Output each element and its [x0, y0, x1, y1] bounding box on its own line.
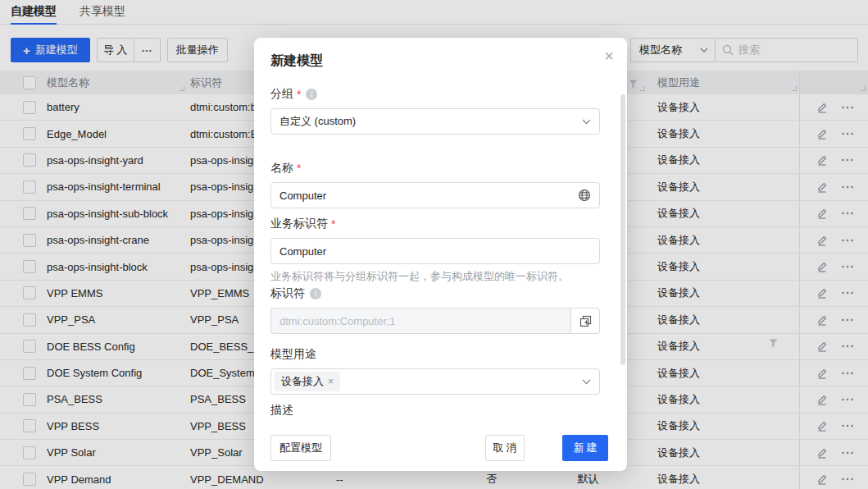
- tag-close-icon[interactable]: ×: [328, 376, 334, 387]
- business-identifier-input[interactable]: Computer: [270, 238, 600, 264]
- chevron-down-icon: [582, 379, 591, 385]
- info-icon[interactable]: i: [306, 89, 317, 100]
- description-label: 描述: [270, 403, 600, 418]
- name-label: 名称 *: [270, 161, 600, 176]
- business-identifier-hint: 业务标识符将与分组标识符一起，参与构成模型的唯一标识符。: [270, 269, 600, 284]
- create-button[interactable]: 新建: [562, 435, 608, 461]
- identifier-input-disabled: dtmi:custom:Computer;1: [270, 308, 570, 334]
- modal-scrollbar[interactable]: [620, 94, 625, 365]
- model-usage-label: 模型用途: [270, 347, 600, 362]
- required-asterisk: *: [297, 88, 301, 101]
- usage-tag: 设备接入 ×: [275, 372, 340, 391]
- required-asterisk: *: [297, 162, 301, 175]
- identifier-label: 标识符 i: [270, 286, 600, 301]
- required-asterisk: *: [331, 217, 335, 231]
- group-label: 分组 * i: [270, 87, 600, 102]
- modal-body: 分组 * i 自定义 (custom) 名称 * Computer: [254, 79, 627, 422]
- model-usage-select[interactable]: 设备接入 ×: [270, 368, 600, 395]
- globe-icon[interactable]: [578, 189, 591, 202]
- close-icon[interactable]: ×: [604, 48, 614, 64]
- modal-title: 新建模型: [270, 53, 323, 70]
- business-identifier-label: 业务标识符 *: [270, 217, 600, 231]
- chevron-down-icon: [582, 119, 591, 125]
- name-input[interactable]: Computer: [270, 182, 600, 208]
- cancel-button[interactable]: 取消: [485, 435, 525, 461]
- new-model-modal: 新建模型 × 分组 * i 自定义 (custom) 名称 *: [254, 38, 627, 471]
- configure-model-button[interactable]: 配置模型: [270, 435, 331, 461]
- info-icon[interactable]: i: [310, 288, 321, 299]
- group-select[interactable]: 自定义 (custom): [270, 108, 600, 135]
- modal-footer: 配置模型 取消 新建: [254, 432, 627, 471]
- copy-icon[interactable]: [570, 308, 600, 334]
- model-management-page: 自建模型 共享模型 + 新建模型 导入 ··· 批量操作 模型名称 搜索: [0, 0, 868, 489]
